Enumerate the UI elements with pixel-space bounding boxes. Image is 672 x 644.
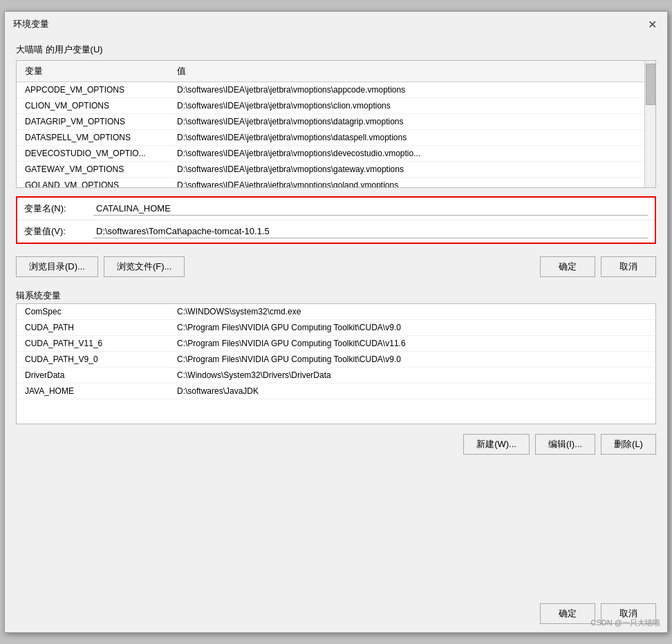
col-name-header: 变量 <box>22 64 174 79</box>
row-value: C:\Program Files\NVIDIA GPU Computing To… <box>174 353 650 366</box>
row-value: D:\softwares\IDEA\jetbra\jetbra\vmoption… <box>174 100 650 112</box>
row-name: JAVA_HOME <box>22 385 174 397</box>
sys-vars-section: 辑系统变量 ComSpecC:\WINDOWS\system32\cmd.exe… <box>16 287 656 424</box>
table-row[interactable]: ComSpecC:\WINDOWS\system32\cmd.exe <box>17 304 655 320</box>
user-vars-table: 变量 值 APPCODE_VM_OPTIONSD:\softwares\IDEA… <box>16 60 656 188</box>
edit-variable-section: 变量名(N): 变量值(V): <box>16 196 656 244</box>
table-row[interactable]: DATAGRIP_VM_OPTIONSD:\softwares\IDEA\jet… <box>17 114 655 130</box>
row-name: DATAGRIP_VM_OPTIONS <box>22 115 174 128</box>
row-name: ComSpec <box>22 305 174 318</box>
row-name: GOLAND_VM_OPTIONS <box>22 179 174 188</box>
row-value: D:\softwares\IDEA\jetbra\jetbra\vmoption… <box>174 84 650 96</box>
sys-buttons-row: 新建(W)... 编辑(I)... 删除(L) <box>16 430 656 459</box>
bottom-ok-button[interactable]: 确定 <box>540 603 595 624</box>
delete-sys-var-button[interactable]: 删除(L) <box>601 434 656 455</box>
dialog-body: 大喵喵 的用户变量(U) 变量 值 APPCODE_VM_OPTIONSD:\s… <box>5 35 667 598</box>
row-value: D:\softwares\IDEA\jetbra\jetbra\vmoption… <box>174 179 650 188</box>
row-name: CUDA_PATH_V11_6 <box>22 337 174 350</box>
scrollbar-thumb[interactable] <box>646 64 655 105</box>
table-row[interactable]: CUDA_PATHC:\Program Files\NVIDIA GPU Com… <box>17 320 655 336</box>
table-row[interactable]: DATASPELL_VM_OPTIONSD:\softwares\IDEA\je… <box>17 130 655 146</box>
row-value: D:\softwares\IDEA\jetbra\jetbra\vmoption… <box>174 147 650 160</box>
row-value: D:\softwares\IDEA\jetbra\jetbra\vmoption… <box>174 163 650 176</box>
browse-file-button[interactable]: 浏览文件(F)... <box>104 256 185 277</box>
row-name: CUDA_PATH <box>22 321 174 334</box>
user-vars-scrollbar[interactable] <box>644 61 655 187</box>
close-button[interactable]: ✕ <box>645 17 659 31</box>
table-row[interactable]: GOLAND_VM_OPTIONSD:\softwares\IDEA\jetbr… <box>17 178 655 188</box>
row-value: C:\WINDOWS\system32\cmd.exe <box>174 305 650 318</box>
user-vars-table-header: 变量 值 <box>17 61 655 82</box>
var-value-input[interactable] <box>93 225 648 238</box>
browse-dir-button[interactable]: 浏览目录(D)... <box>16 256 98 277</box>
table-row[interactable]: APPCODE_VM_OPTIONSD:\softwares\IDEA\jetb… <box>17 82 655 98</box>
row-value: D:\softwares\IDEA\jetbra\jetbra\vmoption… <box>174 115 650 128</box>
environment-variables-dialog: 环境变量 ✕ 大喵喵 的用户变量(U) 变量 值 APPCODE_VM_OPTI… <box>4 11 668 633</box>
row-value: D:\softwares\JavaJDK <box>174 385 650 397</box>
table-row[interactable]: DriverDataC:\Windows\System32\Drivers\Dr… <box>17 368 655 383</box>
sys-vars-label: 辑系统变量 <box>16 290 656 302</box>
col-value-header: 值 <box>174 64 650 79</box>
table-row[interactable]: CUDA_PATH_V9_0C:\Program Files\NVIDIA GP… <box>17 352 655 368</box>
row-name: DriverData <box>22 369 174 381</box>
table-row[interactable]: DEVECOSTUDIO_VM_OPTIO...D:\softwares\IDE… <box>17 146 655 162</box>
edit-sys-var-button[interactable]: 编辑(I)... <box>535 434 595 455</box>
user-vars-rows: APPCODE_VM_OPTIONSD:\softwares\IDEA\jetb… <box>17 82 655 188</box>
sys-vars-table: ComSpecC:\WINDOWS\system32\cmd.exeCUDA_P… <box>16 303 656 424</box>
user-vars-section: 大喵喵 的用户变量(U) 变量 值 APPCODE_VM_OPTIONSD:\s… <box>16 44 656 188</box>
row-value: C:\Windows\System32\Drivers\DriverData <box>174 369 650 381</box>
var-name-input[interactable] <box>93 202 648 216</box>
sys-vars-rows: ComSpecC:\WINDOWS\system32\cmd.exeCUDA_P… <box>17 304 655 399</box>
row-name: APPCODE_VM_OPTIONS <box>22 84 174 96</box>
row-name: DEVECOSTUDIO_VM_OPTIO... <box>22 147 174 160</box>
dialog-title: 环境变量 <box>13 18 49 30</box>
row-name: GATEWAY_VM_OPTIONS <box>22 163 174 176</box>
table-row[interactable]: CLION_VM_OPTIONSD:\softwares\IDEA\jetbra… <box>17 98 655 114</box>
edit-cancel-button[interactable]: 取消 <box>601 256 656 277</box>
edit-buttons-row: 浏览目录(D)... 浏览文件(F)... 确定 取消 <box>16 252 656 281</box>
row-value: D:\softwares\IDEA\jetbra\jetbra\vmoption… <box>174 131 650 144</box>
table-row[interactable]: JAVA_HOMED:\softwares\JavaJDK <box>17 383 655 399</box>
row-name: CUDA_PATH_V9_0 <box>22 353 174 366</box>
row-value: C:\Program Files\NVIDIA GPU Computing To… <box>174 337 650 350</box>
var-value-label: 变量值(V): <box>24 225 93 238</box>
table-row[interactable]: CUDA_PATH_V11_6C:\Program Files\NVIDIA G… <box>17 336 655 352</box>
row-name: DATASPELL_VM_OPTIONS <box>22 131 174 144</box>
var-name-row: 变量名(N): <box>17 198 655 220</box>
title-bar: 环境变量 ✕ <box>5 12 667 35</box>
edit-ok-button[interactable]: 确定 <box>540 256 595 277</box>
bottom-buttons-row: 确定 取消 <box>5 598 667 632</box>
var-name-label: 变量名(N): <box>24 202 93 215</box>
row-name: CLION_VM_OPTIONS <box>22 100 174 112</box>
user-vars-label: 大喵喵 的用户变量(U) <box>16 44 656 56</box>
table-row[interactable]: GATEWAY_VM_OPTIONSD:\softwares\IDEA\jetb… <box>17 162 655 178</box>
watermark: CSDN @一只大喵喵 <box>591 618 660 628</box>
row-value: C:\Program Files\NVIDIA GPU Computing To… <box>174 321 650 334</box>
new-sys-var-button[interactable]: 新建(W)... <box>463 434 530 455</box>
var-value-row: 变量值(V): <box>17 220 655 243</box>
